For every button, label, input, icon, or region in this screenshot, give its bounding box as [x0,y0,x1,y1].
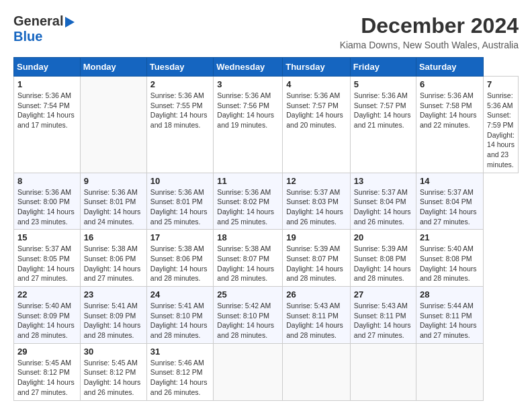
day-info: Sunrise: 5:39 AMSunset: 8:08 PMDaylight:… [354,244,411,282]
calendar-day-empty [80,77,146,173]
month-title: December 2024 [340,13,519,38]
calendar-day-10: 10Sunrise: 5:36 AMSunset: 8:01 PMDayligh… [146,173,214,230]
day-number: 29 [17,347,77,357]
day-info: Sunrise: 5:46 AMSunset: 8:12 PMDaylight:… [150,359,208,396]
calendar-day-empty [416,343,483,400]
calendar-day-16: 16Sunrise: 5:38 AMSunset: 8:06 PMDayligh… [80,230,146,287]
calendar-day-6: 6Sunrise: 5:36 AMSunset: 7:58 PMDaylight… [416,77,483,173]
calendar-day-31: 31Sunrise: 5:46 AMSunset: 8:12 PMDayligh… [146,343,214,400]
day-info: Sunrise: 5:38 AMSunset: 8:07 PMDaylight:… [217,244,274,282]
day-info: Sunrise: 5:36 AMSunset: 8:01 PMDaylight:… [150,188,208,226]
calendar-week-4: 22Sunrise: 5:40 AMSunset: 8:09 PMDayligh… [14,287,519,344]
calendar-day-15: 15Sunrise: 5:37 AMSunset: 8:05 PMDayligh… [14,230,81,287]
day-info: Sunrise: 5:37 AMSunset: 8:04 PMDaylight:… [420,188,477,226]
logo: General Blue [13,13,75,44]
calendar-day-1: 1Sunrise: 5:36 AMSunset: 7:54 PMDaylight… [14,77,81,173]
weekday-header-thursday: Thursday [283,58,351,77]
logo-arrow-icon [65,17,75,28]
page-header: General Blue December 2024 Kiama Downs, … [13,13,519,50]
calendar-day-18: 18Sunrise: 5:38 AMSunset: 8:07 PMDayligh… [214,230,283,287]
day-number: 22 [17,289,77,300]
calendar-day-3: 3Sunrise: 5:36 AMSunset: 7:56 PMDaylight… [214,77,283,173]
day-info: Sunrise: 5:36 AMSunset: 7:59 PMDaylight:… [487,91,515,169]
day-number: 1 [17,79,77,89]
day-info: Sunrise: 5:43 AMSunset: 8:11 PMDaylight:… [354,302,411,339]
calendar-day-13: 13Sunrise: 5:37 AMSunset: 8:04 PMDayligh… [350,173,416,230]
day-number: 18 [217,232,279,242]
calendar-day-empty [283,343,351,400]
calendar-day-empty [350,343,416,400]
day-info: Sunrise: 5:44 AMSunset: 8:11 PMDaylight:… [420,302,477,339]
location-title: Kiama Downs, New South Wales, Australia [340,40,519,50]
day-number: 5 [354,79,412,89]
calendar-day-24: 24Sunrise: 5:41 AMSunset: 8:10 PMDayligh… [146,287,214,344]
day-number: 17 [150,232,210,242]
calendar-day-27: 27Sunrise: 5:43 AMSunset: 8:11 PMDayligh… [350,287,416,344]
calendar-week-2: 8Sunrise: 5:36 AMSunset: 8:00 PMDaylight… [14,173,519,230]
day-number: 3 [217,79,279,89]
day-number: 26 [286,289,347,300]
calendar-table: SundayMondayTuesdayWednesdayThursdayFrid… [13,57,519,401]
calendar-week-5: 29Sunrise: 5:45 AMSunset: 8:12 PMDayligh… [14,343,519,400]
day-info: Sunrise: 5:41 AMSunset: 8:10 PMDaylight:… [150,302,208,339]
day-number: 16 [84,232,143,242]
day-info: Sunrise: 5:36 AMSunset: 7:57 PMDaylight:… [286,91,343,129]
day-number: 12 [286,176,347,186]
calendar-day-19: 19Sunrise: 5:39 AMSunset: 8:07 PMDayligh… [283,230,351,287]
day-number: 19 [286,232,347,242]
day-info: Sunrise: 5:37 AMSunset: 8:04 PMDaylight:… [354,188,411,226]
calendar-day-7: 7Sunrise: 5:36 AMSunset: 7:59 PMDaylight… [484,77,519,173]
day-number: 31 [150,347,210,357]
calendar-day-9: 9Sunrise: 5:36 AMSunset: 8:01 PMDaylight… [80,173,146,230]
day-info: Sunrise: 5:37 AMSunset: 8:03 PMDaylight:… [286,188,343,226]
day-info: Sunrise: 5:36 AMSunset: 7:56 PMDaylight:… [217,91,274,129]
day-info: Sunrise: 5:40 AMSunset: 8:08 PMDaylight:… [420,244,477,282]
day-number: 23 [84,289,143,300]
calendar-day-30: 30Sunrise: 5:45 AMSunset: 8:12 PMDayligh… [80,343,146,400]
day-info: Sunrise: 5:41 AMSunset: 8:09 PMDaylight:… [84,302,141,339]
calendar-day-25: 25Sunrise: 5:42 AMSunset: 8:10 PMDayligh… [214,287,283,344]
day-number: 30 [84,347,143,357]
calendar-day-28: 28Sunrise: 5:44 AMSunset: 8:11 PMDayligh… [416,287,483,344]
logo-blue-text: Blue [13,29,42,44]
day-info: Sunrise: 5:38 AMSunset: 8:06 PMDaylight:… [84,244,141,282]
calendar-day-20: 20Sunrise: 5:39 AMSunset: 8:08 PMDayligh… [350,230,416,287]
day-number: 10 [150,176,210,186]
calendar-day-21: 21Sunrise: 5:40 AMSunset: 8:08 PMDayligh… [416,230,483,287]
calendar-day-22: 22Sunrise: 5:40 AMSunset: 8:09 PMDayligh… [14,287,81,344]
day-info: Sunrise: 5:36 AMSunset: 7:58 PMDaylight:… [420,91,477,129]
day-info: Sunrise: 5:39 AMSunset: 8:07 PMDaylight:… [286,244,343,282]
calendar-day-2: 2Sunrise: 5:36 AMSunset: 7:55 PMDaylight… [146,77,214,173]
day-number: 4 [286,79,347,89]
calendar-day-5: 5Sunrise: 5:36 AMSunset: 7:57 PMDaylight… [350,77,416,173]
day-number: 11 [217,176,279,186]
calendar-day-17: 17Sunrise: 5:38 AMSunset: 8:06 PMDayligh… [146,230,214,287]
day-info: Sunrise: 5:43 AMSunset: 8:11 PMDaylight:… [286,302,343,339]
day-number: 8 [17,176,77,186]
day-number: 28 [420,289,480,300]
day-info: Sunrise: 5:40 AMSunset: 8:09 PMDaylight:… [17,302,75,339]
logo-general-text: General [13,13,63,29]
day-number: 20 [354,232,412,242]
day-number: 6 [420,79,480,89]
day-info: Sunrise: 5:42 AMSunset: 8:10 PMDaylight:… [217,302,274,339]
weekday-header-monday: Monday [80,58,146,77]
weekday-header-friday: Friday [350,58,416,77]
day-number: 13 [354,176,412,186]
day-number: 25 [217,289,279,300]
day-info: Sunrise: 5:36 AMSunset: 8:01 PMDaylight:… [84,188,141,226]
weekday-header-wednesday: Wednesday [214,58,283,77]
weekday-header-sunday: Sunday [14,58,81,77]
day-info: Sunrise: 5:36 AMSunset: 7:54 PMDaylight:… [17,91,75,129]
day-info: Sunrise: 5:45 AMSunset: 8:12 PMDaylight:… [84,359,141,396]
day-number: 7 [487,79,515,89]
day-info: Sunrise: 5:38 AMSunset: 8:06 PMDaylight:… [150,244,208,282]
calendar-day-11: 11Sunrise: 5:36 AMSunset: 8:02 PMDayligh… [214,173,283,230]
day-number: 14 [420,176,480,186]
day-info: Sunrise: 5:36 AMSunset: 7:55 PMDaylight:… [150,91,208,129]
day-info: Sunrise: 5:36 AMSunset: 8:00 PMDaylight:… [17,188,75,226]
day-number: 21 [420,232,480,242]
calendar-week-1: 1Sunrise: 5:36 AMSunset: 7:54 PMDaylight… [14,77,519,173]
day-info: Sunrise: 5:37 AMSunset: 8:05 PMDaylight:… [17,244,75,282]
day-number: 9 [84,176,143,186]
